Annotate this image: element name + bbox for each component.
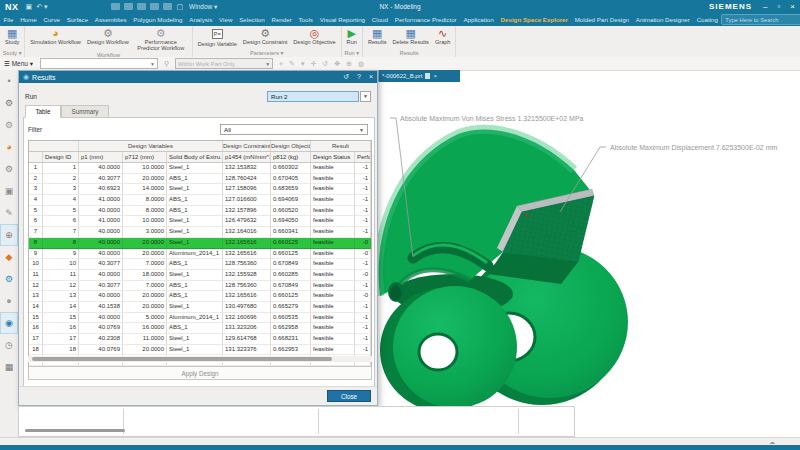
- dialog-refresh-icon[interactable]: ↺: [339, 73, 353, 81]
- tab-table[interactable]: Table: [25, 105, 61, 118]
- menu-item-render[interactable]: Render: [268, 13, 295, 26]
- column-header[interactable]: Performance I...: [355, 152, 371, 162]
- menu-item-selection[interactable]: Selection: [236, 13, 268, 26]
- menu-item-file[interactable]: File: [0, 13, 17, 26]
- menu-item-design-space-explorer[interactable]: Design Space Explorer: [497, 13, 571, 26]
- shaded-icon[interactable]: ◍: [355, 60, 367, 68]
- table-row-12[interactable]: 121240.30777.0000ABS_1128.7563600.670849…: [29, 281, 371, 292]
- table-horizontal-scrollbar[interactable]: [28, 356, 372, 362]
- window-icon[interactable]: [163, 3, 172, 10]
- constraint-gear-icon[interactable]: ⚙: [0, 114, 18, 136]
- menu-item-cloud[interactable]: Cloud: [368, 13, 391, 26]
- table-row-6[interactable]: 6641.000010.0000Steel_1126.4796320.69405…: [29, 216, 371, 227]
- column-header[interactable]: p812 (kg): [271, 152, 311, 162]
- column-header[interactable]: p1454 (mN/mm^2)...: [223, 152, 271, 162]
- assembly-gears-icon[interactable]: ⚙: [0, 92, 18, 114]
- results-dialog-titlebar[interactable]: ◉ Results ↺?×: [19, 71, 377, 83]
- table-row-13[interactable]: 131340.000020.0000ABS_1132.1656160.66012…: [29, 291, 371, 302]
- part-tab-close-icon[interactable]: ×: [433, 73, 437, 79]
- graphics-viewport[interactable]: Absolute Maximum Von Mises Stress 1.3215…: [378, 82, 800, 437]
- menu-item-tools[interactable]: Tools: [295, 13, 316, 26]
- menu-item-analysis[interactable]: Analysis: [186, 13, 216, 26]
- mic-icon[interactable]: [124, 3, 133, 10]
- copy-display-icon[interactable]: [150, 3, 159, 10]
- selection-scope-icon[interactable]: ⚲: [161, 60, 172, 68]
- design-table[interactable]: Design VariablesDesign ConstraintsDesign…: [28, 140, 372, 378]
- menu-item-application[interactable]: Application: [460, 13, 497, 26]
- menu-item-assemblies[interactable]: Assemblies: [91, 13, 129, 26]
- table-row-8[interactable]: 8840.000020.0000Steel_1132.1656160.66012…: [29, 238, 371, 249]
- menu-item-animation-designer[interactable]: Animation Designer: [632, 13, 693, 26]
- paste-icon[interactable]: [111, 3, 120, 10]
- table-row-14[interactable]: 141440.153820.0000Steel_1130.4976800.665…: [29, 302, 371, 313]
- column-header[interactable]: Solid Body of Extru...: [167, 152, 223, 162]
- checker-grid-icon[interactable]: ▦: [0, 356, 18, 378]
- teal-gears-icon[interactable]: ⚙: [0, 268, 18, 290]
- material-sphere-icon[interactable]: ◉: [0, 312, 18, 334]
- touch-icon[interactable]: [137, 3, 146, 10]
- table-row-11[interactable]: 111140.000018.0000Steel_1132.1559280.660…: [29, 270, 371, 281]
- objective-diamond-icon[interactable]: ◆: [0, 246, 18, 268]
- menu-item-polygon-modeling[interactable]: Polygon Modeling: [130, 13, 186, 26]
- run-select-arrow-icon[interactable]: ▼: [360, 91, 371, 102]
- table-row-4[interactable]: 4441.00008.0000ABS_1127.0166000.694069fe…: [29, 195, 371, 206]
- menu-item-visual-reporting[interactable]: Visual Reporting: [316, 13, 368, 26]
- zoom-icon[interactable]: ⊕: [343, 60, 355, 68]
- apply-design-button[interactable]: Apply Design: [28, 366, 372, 380]
- close-button[interactable]: Close: [327, 390, 371, 402]
- table-row-16[interactable]: 161640.076916.0000ABS_1131.3232060.66295…: [29, 323, 371, 334]
- filter-select[interactable]: All ▼: [220, 124, 368, 135]
- link-icon[interactable]: ✎: [286, 60, 298, 68]
- table-row-17[interactable]: 171740.230811.0000Steel_1129.6147680.668…: [29, 334, 371, 345]
- table-row-3[interactable]: 3340.692314.0000Steel_1127.1580960.68365…: [29, 184, 371, 195]
- workflow-gears-icon[interactable]: ⚙: [0, 158, 18, 180]
- table-row-1[interactable]: 1140.000010.0000Steel_1132.1538320.66030…: [29, 163, 371, 174]
- window-menu[interactable]: Window ▾: [189, 3, 217, 11]
- design-constraint-button[interactable]: ⚙Design Constraint: [240, 26, 290, 45]
- results-button[interactable]: ▦Results: [365, 26, 390, 45]
- selection-type-combo[interactable]: ▼: [40, 58, 158, 69]
- command-search-box[interactable]: Type Here to Search ⌕: [721, 14, 800, 25]
- filter-icon[interactable]: ▾: [298, 60, 308, 68]
- save-icon[interactable]: ▣: [26, 3, 33, 11]
- front-disc[interactable]: [380, 286, 517, 412]
- table-row-2[interactable]: 2240.307720.0000ABS_1128.7604240.670405f…: [29, 174, 371, 185]
- edit-pencil-icon[interactable]: ✎: [0, 202, 18, 224]
- table-row-7[interactable]: 7740.00003.0000Steel_1132.1640160.660341…: [29, 227, 371, 238]
- menu-item-performance-predictor[interactable]: Performance Predictor: [391, 13, 460, 26]
- column-header[interactable]: [29, 152, 43, 162]
- table-row-10[interactable]: 101040.30777.0000ABS_1128.7563600.670849…: [29, 259, 371, 270]
- table-row-15[interactable]: 151540.00005.0000Aluminum_2014_1132.1606…: [29, 313, 371, 324]
- bottom-scrollbar-thumb[interactable]: [25, 429, 125, 432]
- delete-results-button[interactable]: ▦Delete Results: [390, 26, 432, 45]
- study-button[interactable]: ▦Study: [2, 26, 22, 45]
- scrollbar-thumb[interactable]: [32, 357, 332, 361]
- select-icon[interactable]: ✛: [307, 60, 319, 68]
- column-header[interactable]: p1 (mm): [79, 152, 123, 162]
- simulation-workflow-button[interactable]: ◕Simulation Workflow: [27, 26, 84, 45]
- undo-icon[interactable]: ↶ ▾: [36, 3, 47, 11]
- part-cube-icon[interactable]: ▣: [0, 180, 18, 202]
- window-icon[interactable]: ▢: [176, 3, 183, 11]
- minimize-button[interactable]: –: [758, 2, 772, 11]
- menu-item-surface[interactable]: Surface: [63, 13, 91, 26]
- design-variable-button[interactable]: P=Design Variable: [195, 26, 240, 47]
- menu-item-home[interactable]: Home: [17, 13, 40, 26]
- restore-button[interactable]: ▫: [772, 2, 785, 11]
- table-row-9[interactable]: 9940.000020.0000Aluminum_2014_1132.16561…: [29, 249, 371, 260]
- design-workflow-button[interactable]: ⚙Design Workflow: [84, 26, 132, 45]
- menu-item-curve[interactable]: Curve: [40, 13, 63, 26]
- column-header[interactable]: Design ID: [43, 152, 79, 162]
- pan-icon[interactable]: ✥: [331, 60, 343, 68]
- table-row-5[interactable]: 5540.00008.0000ABS_1132.1578960.660520fe…: [29, 206, 371, 217]
- performance-predictor-workflow-button[interactable]: ⚙Performance Predictor Workflow: [132, 26, 190, 51]
- part-tab[interactable]: *-000622_B.prt ×: [378, 70, 460, 82]
- snap-icon[interactable]: ⌖: [276, 60, 286, 68]
- table-row-18[interactable]: 181840.076920.0000Steel_1131.3233760.662…: [29, 345, 371, 356]
- sphere-icon[interactable]: ●: [0, 290, 18, 312]
- run-button[interactable]: ▶Run: [344, 26, 360, 45]
- column-header[interactable]: Design Status: [311, 152, 355, 162]
- column-header[interactable]: p712 (mm): [123, 152, 167, 162]
- simulation-ball-icon[interactable]: ◕: [0, 136, 18, 158]
- history-dot-icon[interactable]: •: [0, 70, 18, 92]
